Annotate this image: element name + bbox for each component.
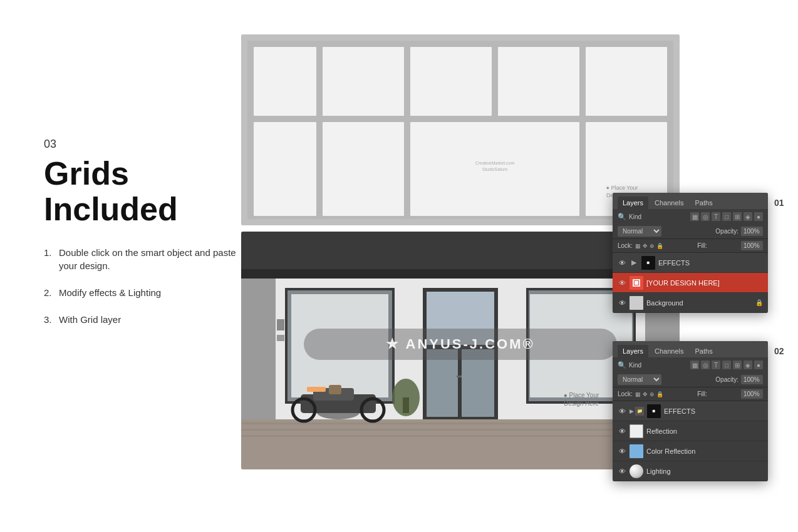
- step-item-3: 3. With Grid layer: [44, 313, 238, 326]
- layers-tab-bar-1: Layers Channels Paths: [613, 193, 768, 209]
- lock-artboard-icon-2[interactable]: ⊕: [650, 391, 655, 397]
- more-icon-1[interactable]: ●: [754, 212, 763, 221]
- svg-text:StudioSaturn: StudioSaturn: [482, 167, 508, 171]
- lock-checkerboard-icon[interactable]: ▦: [635, 243, 641, 249]
- svg-rect-41: [403, 397, 409, 413]
- visibility-icon-color-reflection-2[interactable]: 👁: [618, 447, 626, 456]
- svg-rect-7: [254, 122, 316, 216]
- svg-text:● Place Your: ● Place Your: [564, 392, 599, 399]
- blend-mode-select-1[interactable]: Normal: [618, 226, 661, 237]
- svg-rect-38: [277, 319, 284, 330]
- adjust-icon-2[interactable]: ◎: [701, 361, 710, 369]
- lock-all-icon-2[interactable]: 🔒: [656, 391, 663, 397]
- layer-row-reflection-2[interactable]: 👁 Reflection: [613, 421, 768, 441]
- svg-rect-37: [457, 376, 462, 377]
- layer-type-icons-1: ▦ ◎ T □ ⊞ ◈ ●: [690, 212, 763, 221]
- step-number: 03: [44, 138, 238, 151]
- svg-rect-48: [307, 387, 326, 392]
- layer-name-lighting-2: Lighting: [646, 468, 763, 475]
- lock-checkerboard-icon-2[interactable]: ▦: [635, 391, 641, 397]
- layer-row-background-1[interactable]: 👁 Background 🔒: [613, 293, 768, 313]
- svg-rect-6: [586, 47, 667, 116]
- layer-thumb-lighting-2: [630, 464, 643, 478]
- visibility-icon-effects-1[interactable]: 👁: [618, 258, 626, 267]
- smart-icon-2[interactable]: ⊞: [733, 361, 742, 369]
- lock-all-icon[interactable]: 🔒: [656, 243, 663, 249]
- layer-thumb-color-reflection-2: [630, 444, 643, 458]
- svg-rect-8: [323, 122, 404, 216]
- lock-artboard-icon[interactable]: ⊕: [650, 243, 655, 249]
- layer-thumb-effects-2: ■: [647, 404, 661, 418]
- step-item-1: 1. Double click on the smart object and …: [44, 246, 238, 272]
- svg-text:CreativeMarket.com: CreativeMarket.com: [475, 161, 515, 165]
- layers-fill-row-2: Lock: ▦ ✥ ⊕ 🔒 Fill:: [613, 387, 768, 401]
- layer-row-design-1[interactable]: 👁 [YOUR DESIGN HERE]: [613, 273, 768, 293]
- panel-label-02: 02: [774, 346, 784, 356]
- tab-paths-2[interactable]: Paths: [690, 345, 718, 357]
- folder-icon-effects-1: ▶: [630, 258, 638, 267]
- layers-toolbar-1: 🔍 Kind ▦ ◎ T □ ⊞ ◈ ●: [613, 209, 768, 224]
- tab-layers-2[interactable]: Layers: [618, 345, 648, 357]
- tab-layers-1[interactable]: Layers: [618, 197, 648, 209]
- shape-icon-2[interactable]: □: [722, 361, 731, 369]
- visibility-icon-design-1[interactable]: 👁: [618, 279, 626, 287]
- step-item-2: 2. Modify effects & Lighting: [44, 286, 238, 299]
- layers-fill-row-1: Lock: ▦ ✥ ⊕ 🔒 Fill:: [613, 239, 768, 253]
- opacity-row-2: Opacity:: [715, 375, 763, 384]
- smart-icon-1[interactable]: ⊞: [733, 212, 742, 221]
- layers-mode-bar-1: Normal Opacity:: [613, 224, 768, 239]
- layer-row-color-reflection-2[interactable]: 👁 Color Reflection: [613, 441, 768, 461]
- layers-panel-2: Layers Channels Paths 🔍 Kind ▦ ◎ T □ ⊞ ◈…: [613, 341, 768, 481]
- kind-label-2: Kind: [629, 362, 641, 369]
- layers-tab-bar-2: Layers Channels Paths: [613, 341, 768, 357]
- svg-rect-5: [498, 47, 579, 116]
- main-title: Grids Included: [44, 156, 238, 227]
- svg-text:● Place Your: ● Place Your: [606, 185, 638, 191]
- panel-label-01: 01: [774, 198, 784, 208]
- svg-rect-3: [323, 47, 404, 116]
- lock-move-icon-2[interactable]: ✥: [643, 391, 648, 397]
- svg-rect-24: [241, 279, 276, 419]
- svg-rect-39: [277, 335, 284, 341]
- pixel-icon-2[interactable]: ▦: [690, 361, 699, 369]
- visibility-icon-effects-2[interactable]: 👁: [618, 407, 626, 416]
- lock-icon-bg-1: 🔒: [755, 299, 763, 306]
- pixel-icon-1[interactable]: ▦: [690, 212, 699, 221]
- left-panel: 03 Grids Included 1. Double click on the…: [44, 138, 238, 340]
- layer-row-effects-2[interactable]: 👁 ▶ 📁 ■ EFFECTS: [613, 401, 768, 421]
- layer-name-design-1: [YOUR DESIGN HERE]: [646, 279, 763, 287]
- layer-name-bg-1: Background: [646, 299, 752, 307]
- visibility-icon-lighting-2[interactable]: 👁: [618, 467, 626, 476]
- visibility-icon-bg-1[interactable]: 👁: [618, 299, 626, 307]
- lock-move-icon[interactable]: ✥: [643, 243, 648, 249]
- layer-name-color-reflection-2: Color Reflection: [646, 448, 763, 455]
- lock-icons-1: ▦ ✥ ⊕ 🔒: [635, 243, 663, 249]
- tab-paths-1[interactable]: Paths: [690, 197, 718, 209]
- type-icon-1[interactable]: T: [712, 212, 720, 221]
- tab-channels-1[interactable]: Channels: [650, 197, 688, 209]
- layer-row-lighting-2[interactable]: 👁 Lighting: [613, 461, 768, 481]
- filter-icon-2[interactable]: ◈: [744, 361, 752, 369]
- svg-text:★ ANYUS-J.COM®: ★ ANYUS-J.COM®: [386, 336, 535, 352]
- kind-label-1: Kind: [629, 213, 641, 220]
- layers-panel-1: 01 Layers Channels Paths 🔍 Kind ▦ ◎ T □ …: [613, 193, 768, 313]
- visibility-icon-reflection-2[interactable]: 👁: [618, 427, 626, 436]
- layers-toolbar-2: 🔍 Kind ▦ ◎ T □ ⊞ ◈ ●: [613, 357, 768, 372]
- type-icon-2[interactable]: T: [712, 361, 720, 369]
- shape-icon-1[interactable]: □: [722, 212, 731, 221]
- search-icon-2: 🔍: [618, 361, 626, 369]
- adjust-icon-1[interactable]: ◎: [701, 212, 710, 221]
- filter-icon-1[interactable]: ◈: [744, 212, 752, 221]
- lock-icons-2: ▦ ✥ ⊕ 🔒: [635, 391, 663, 397]
- tab-channels-2[interactable]: Channels: [650, 345, 688, 357]
- opacity-input-1[interactable]: [741, 227, 763, 236]
- layer-name-effects-2: EFFECTS: [664, 407, 763, 415]
- blend-mode-select-2[interactable]: Normal: [618, 374, 661, 385]
- svg-rect-4: [410, 47, 492, 116]
- opacity-input-2[interactable]: [741, 375, 763, 384]
- layer-thumb-bg-1: [630, 296, 643, 310]
- fill-input-1[interactable]: [741, 241, 763, 250]
- layer-row-effects-1[interactable]: 👁 ▶ ■ EFFECTS: [613, 253, 768, 273]
- more-icon-2[interactable]: ●: [754, 361, 763, 369]
- fill-input-2[interactable]: [741, 389, 763, 399]
